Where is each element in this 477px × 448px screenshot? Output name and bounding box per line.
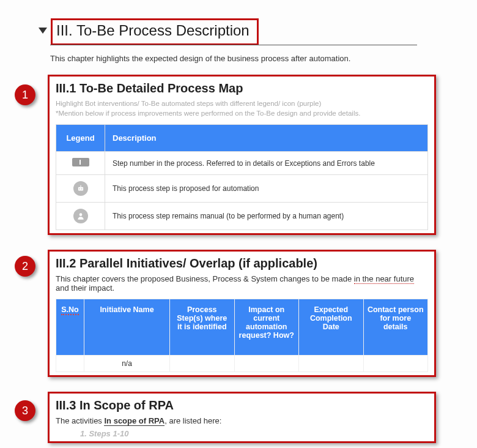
col-sno: S.No — [56, 299, 84, 356]
legend-desc-3: This process step remains manual (to be … — [105, 203, 428, 230]
cell-process — [170, 356, 235, 372]
col-description: Description — [105, 125, 428, 152]
section3-heading: III.3 In Scope of RPA — [56, 398, 428, 413]
legend-desc-1: Step number in the process. Referred to … — [105, 152, 428, 175]
page-title: III. To-Be Process Description — [51, 18, 259, 45]
desc-dotted: in the near future — [354, 274, 414, 284]
table-row: This process step is proposed for automa… — [56, 175, 428, 203]
desc-pre: This chapter covers the proposed Busines… — [56, 274, 354, 283]
col-completion-date: Expected Completion Date — [299, 299, 364, 356]
cell-sno — [56, 356, 84, 372]
svg-rect-3 — [80, 185, 81, 187]
table-header-row: Legend Description — [56, 125, 428, 152]
table-row: Step number in the process. Referred to … — [56, 152, 428, 175]
scope-bold: In scope of RPA — [104, 416, 165, 426]
col-impact: Impact on current automation request? Ho… — [234, 299, 299, 356]
collapse-icon[interactable] — [39, 28, 47, 34]
col-initiative: Initiative Name — [84, 299, 170, 356]
section2-heading: III.2 Parallel Initiatives/ Overlap (if … — [56, 256, 428, 271]
title-row: III. To-Be Process Description — [39, 18, 259, 45]
scope-post: , are listed here: — [165, 416, 221, 425]
step-number-icon — [72, 158, 89, 166]
intro-text: This chapter highlights the expected des… — [50, 54, 350, 63]
scope-pre: The activities — [56, 416, 104, 425]
section1-note2: *Mention below if process improvements w… — [56, 109, 428, 119]
section2-desc: This chapter covers the proposed Busines… — [56, 274, 428, 293]
robot-icon — [73, 181, 88, 196]
col-contact: Contact person for more details — [363, 299, 428, 356]
svg-point-4 — [79, 213, 82, 216]
cell-date — [299, 356, 364, 372]
annotation-badge-1: 1 — [15, 84, 35, 105]
legend-desc-2: This process step is proposed for automa… — [105, 175, 428, 203]
desc-post: and their impact. — [56, 283, 114, 293]
svg-point-2 — [81, 189, 82, 190]
legend-table: Legend Description Step number in the pr… — [56, 124, 428, 230]
section-process-map: III.1 To-Be Detailed Process Map Highlig… — [48, 75, 436, 235]
svg-point-1 — [79, 189, 80, 190]
scope-line: The activities In scope of RPA, are list… — [56, 416, 428, 425]
section1-note1: Highlight Bot interventions/ To-Be autom… — [56, 99, 428, 109]
divider — [50, 45, 417, 45]
annotation-badge-2: 2 — [15, 256, 35, 277]
col-process-steps: Process Step(s) where it is identified — [170, 299, 235, 356]
cell-impact — [234, 356, 299, 372]
section-in-scope: III.3 In Scope of RPA The activities In … — [48, 392, 436, 443]
section-parallel-initiatives: III.2 Parallel Initiatives/ Overlap (if … — [48, 250, 436, 377]
initiatives-table: S.No Initiative Name Process Step(s) whe… — [56, 299, 428, 372]
cell-contact — [363, 356, 428, 372]
scope-steps: 1. Steps 1-10 — [80, 429, 428, 438]
cell-init: n/a — [84, 356, 170, 372]
annotation-badge-3: 3 — [15, 400, 35, 421]
person-icon — [73, 209, 88, 223]
section1-heading: III.1 To-Be Detailed Process Map — [56, 81, 428, 95]
table-header-row: S.No Initiative Name Process Step(s) whe… — [56, 299, 428, 356]
col-legend: Legend — [56, 125, 105, 152]
table-row: n/a — [56, 356, 428, 372]
svg-rect-0 — [78, 187, 83, 191]
table-row: This process step remains manual (to be … — [56, 203, 428, 230]
